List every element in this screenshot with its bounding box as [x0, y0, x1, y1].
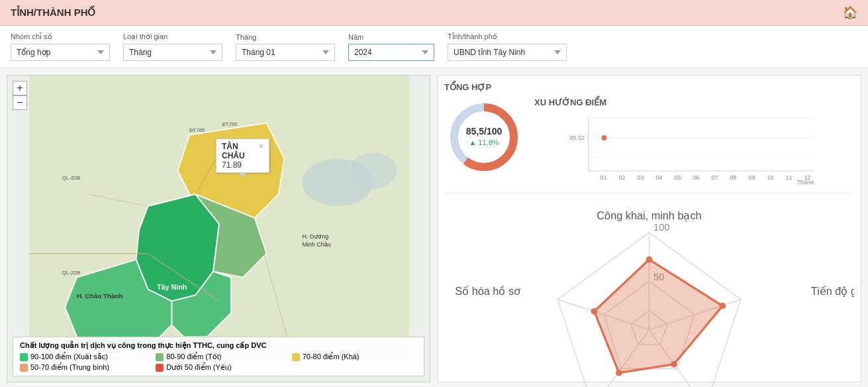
home-icon[interactable]: 🏠 [843, 5, 857, 20]
legend-item-kha: 70-80 điểm (Khá) [292, 353, 417, 361]
right-top-section: 85,5/100 ▲ 11,8% XU HƯỚNG ĐIỂM 85.52 [444, 97, 854, 194]
legend-dot-excellent [20, 353, 28, 361]
filter-nam: Năm 2024 [348, 33, 434, 61]
svg-text:85,5/100: 85,5/100 [466, 126, 503, 137]
svg-text:Số hóa hồ sơ: Số hóa hồ sơ [455, 285, 520, 297]
radar-chart: 50 100 Công khai, [444, 200, 854, 387]
legend-title: Chất lượng quản trị dịch vụ công trong t… [20, 341, 417, 350]
svg-text:85.52: 85.52 [570, 135, 585, 141]
svg-text:05: 05 [675, 174, 681, 181]
svg-text:Công khai, minh bạch: Công khai, minh bạch [597, 209, 701, 221]
legend-dot-good [156, 353, 164, 361]
radar-section: 50 100 Công khai, [444, 200, 854, 387]
svg-text:11: 11 [786, 174, 793, 181]
right-panel: TỔNG HỢP 85,5/100 ▲ 11,8% XU HƯỚNG ĐIỂM [437, 75, 861, 382]
svg-text:H. Dương: H. Dương [302, 233, 328, 240]
svg-text:02: 02 [619, 174, 626, 181]
filter-tinh: Tỉnh/thành phố UBND tỉnh Tây Ninh [448, 32, 567, 61]
nam-label: Năm [348, 33, 434, 41]
svg-text:08: 08 [730, 174, 737, 181]
legend-item-avg: 50-70 điểm (Trung bình) [20, 363, 145, 372]
svg-point-52 [646, 256, 653, 263]
svg-text:ĐT.785: ĐT.785 [189, 128, 205, 133]
trend-chart: 85.52 01 02 03 04 05 06 07 08 09 1 [534, 111, 854, 184]
page-title: TỈNH/THÀNH PHỐ [11, 7, 96, 19]
svg-text:▲ 11,8%: ▲ 11,8% [469, 138, 499, 146]
svg-text:09: 09 [749, 174, 755, 181]
legend-item-weak: Dưới 50 điểm (Yếu) [156, 363, 281, 372]
svg-text:QL-22B: QL-22B [62, 175, 81, 181]
thang-label: Tháng [236, 33, 335, 41]
legend-label-excellent: 90-100 điểm (Xuất sắc) [30, 353, 108, 361]
svg-text:Tiến độ giải quyết: Tiến độ giải quyết [811, 285, 854, 297]
nhom-chi-so-label: Nhóm chỉ số [11, 32, 110, 41]
tong-hop-label: TỔNG HỢP [444, 82, 854, 92]
nhom-chi-so-select[interactable]: Tổng hợp [11, 44, 110, 61]
svg-text:QL-22B: QL-22B [62, 270, 81, 276]
map-tooltip: × TÂN CHÂU 71.89 [216, 138, 269, 173]
trend-section: XU HƯỚNG ĐIỂM 85.52 01 02 03 [534, 97, 854, 186]
loai-thoi-gian-label: Loại thời gian [123, 32, 222, 41]
tinh-label: Tỉnh/thành phố [448, 32, 567, 41]
svg-text:10: 10 [767, 174, 774, 181]
svg-text:06: 06 [693, 174, 700, 181]
svg-point-56 [591, 308, 598, 315]
thang-select[interactable]: Tháng 01 [236, 44, 335, 61]
legend-dot-kha [292, 353, 300, 361]
page-header: TỈNH/THÀNH PHỐ 🏠 [0, 0, 868, 26]
legend-label-avg: 50-70 điểm (Trung bình) [30, 363, 109, 372]
svg-text:07: 07 [712, 174, 718, 181]
svg-point-27 [602, 135, 607, 140]
map-panel: + − × TÂN CHÂU 71.89 [7, 75, 430, 382]
legend-item-excellent: 90-100 điểm (Xuất sắc) [20, 353, 145, 361]
filter-thang: Tháng Tháng 01 [236, 33, 335, 61]
svg-text:01: 01 [601, 174, 607, 181]
legend-dot-weak [156, 364, 164, 372]
svg-text:ĐT.795: ĐT.795 [222, 122, 237, 127]
map-svg: QL-22B QL-22B ĐT.785 ĐT.795 H. Châu Thàn… [7, 76, 430, 360]
map-legend: Chất lượng quản trị dịch vụ công trong t… [13, 337, 424, 376]
filters-bar: Nhóm chỉ số Tổng hợp Loại thời gian Thán… [0, 26, 868, 68]
legend-label-weak: Dưới 50 điểm (Yếu) [166, 363, 231, 372]
svg-text:03: 03 [638, 174, 644, 181]
zoom-in-button[interactable]: + [13, 81, 27, 95]
svg-text:04: 04 [656, 174, 663, 181]
tooltip-close-button[interactable]: × [259, 142, 264, 151]
score-section: 85,5/100 ▲ 11,8% [444, 97, 524, 186]
tooltip-district-value: 71.89 [222, 160, 264, 170]
legend-label-good: 80-90 điểm (Tốt) [166, 353, 221, 361]
loai-thoi-gian-select[interactable]: Tháng [123, 44, 222, 61]
svg-text:Minh Châu: Minh Châu [302, 241, 330, 248]
zoom-out-button[interactable]: − [13, 95, 27, 110]
svg-text:H. Châu Thành: H. Châu Thành [77, 292, 122, 300]
legend-items: 90-100 điểm (Xuất sắc) 80-90 điểm (Tốt) … [20, 353, 417, 372]
legend-item-good: 80-90 điểm (Tốt) [156, 353, 281, 361]
svg-marker-51 [594, 260, 722, 373]
main-content: + − × TÂN CHÂU 71.89 [0, 68, 868, 387]
svg-text:100: 100 [653, 222, 669, 233]
nam-select[interactable]: 2024 [348, 44, 434, 61]
svg-point-53 [719, 303, 726, 309]
legend-label-kha: 70-80 điểm (Khá) [303, 353, 360, 361]
tinh-select[interactable]: UBND tỉnh Tây Ninh [448, 44, 567, 61]
tooltip-district-name: TÂN CHÂU [222, 142, 264, 160]
legend-dot-avg [20, 364, 28, 372]
filter-loai-thoi-gian: Loại thời gian Tháng [123, 32, 222, 61]
donut-chart: 85,5/100 ▲ 11,8% [444, 97, 524, 177]
svg-point-55 [616, 370, 622, 376]
svg-text:Tây Ninh: Tây Ninh [157, 283, 187, 291]
svg-point-54 [671, 361, 677, 368]
filter-nhom-chi-so: Nhóm chỉ số Tổng hợp [11, 32, 110, 61]
trend-title: XU HƯỚNG ĐIỂM [534, 97, 854, 107]
map-zoom-controls: + − [13, 81, 27, 110]
svg-text:Tháng: Tháng [797, 179, 814, 184]
